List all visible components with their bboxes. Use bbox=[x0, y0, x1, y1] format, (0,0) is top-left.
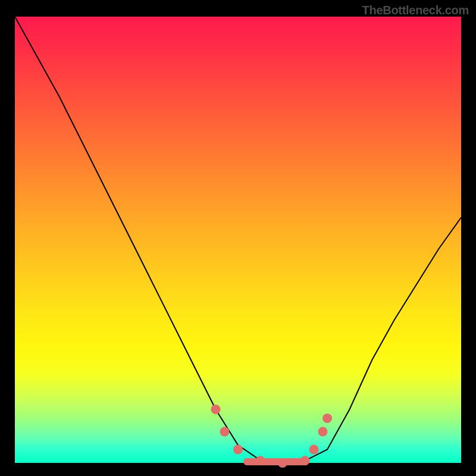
data-marker bbox=[256, 456, 265, 465]
bottleneck-curve bbox=[15, 17, 461, 463]
data-marker bbox=[278, 458, 287, 468]
chart-svg bbox=[15, 17, 461, 463]
data-marker bbox=[318, 427, 328, 437]
watermark-label: TheBottleneck.com bbox=[362, 4, 469, 17]
data-marker bbox=[211, 405, 221, 414]
data-marker bbox=[300, 456, 310, 465]
data-marker bbox=[322, 414, 332, 423]
plot-area bbox=[15, 17, 461, 463]
chart-frame: TheBottleneck.com bbox=[0, 0, 476, 476]
data-marker bbox=[309, 445, 319, 455]
data-marker bbox=[233, 445, 243, 455]
data-marker bbox=[220, 427, 230, 437]
